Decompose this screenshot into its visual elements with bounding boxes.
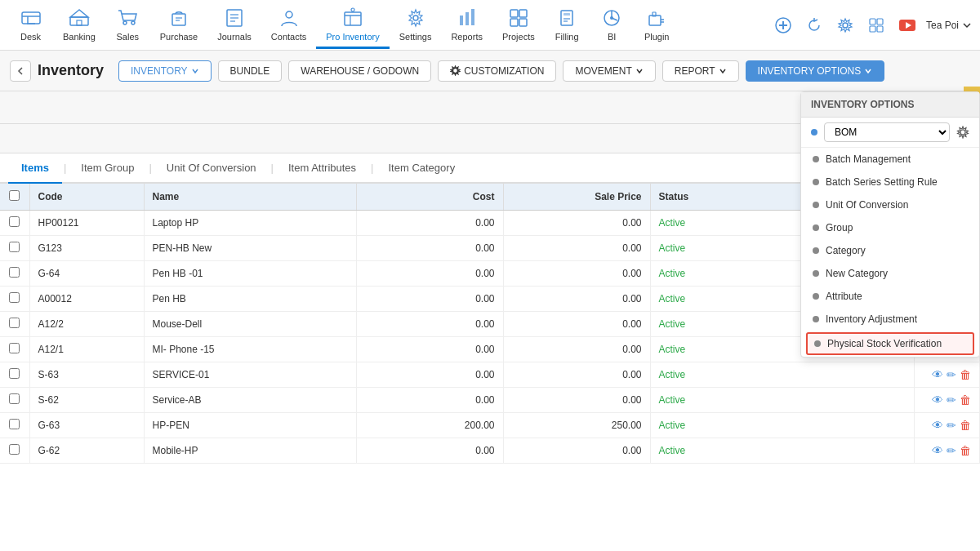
svg-rect-6 — [77, 20, 82, 25]
svg-rect-25 — [471, 9, 474, 25]
row-actions-cell: 👁 ✏ 🗑 — [915, 362, 980, 388]
youtube-button[interactable] — [895, 13, 920, 38]
dropdown-item-inventory-adjustment[interactable]: Inventory Adjustment — [801, 308, 979, 331]
row-checkbox[interactable] — [9, 267, 20, 278]
row-code: S-62 — [29, 388, 144, 413]
bom-row: BOM — [801, 118, 979, 148]
main-area: Inventory INVENTORY BUNDLE WAREHOUSE / G… — [0, 51, 980, 551]
row-checkbox[interactable] — [9, 343, 20, 353]
dropdown-item-category[interactable]: Category — [801, 239, 979, 262]
view-icon[interactable]: 👁 — [932, 419, 943, 432]
add-button[interactable] — [771, 13, 795, 38]
contacts-icon — [278, 7, 301, 29]
nav-item-bi[interactable]: BI — [590, 2, 635, 49]
row-checkbox[interactable] — [9, 292, 20, 303]
edit-icon[interactable]: ✏ — [947, 444, 956, 457]
dropdown-item-attribute[interactable]: Attribute — [801, 285, 979, 308]
nav-item-contacts[interactable]: Contacts — [261, 2, 316, 49]
bom-select[interactable]: BOM — [824, 122, 950, 142]
svg-marker-5 — [70, 10, 88, 17]
dropdown-title: INVENTORY OPTIONS — [811, 99, 914, 110]
tab-unit-of-conversion[interactable]: Unit Of Conversion — [154, 153, 270, 184]
nav-item-plugin[interactable]: Plugin — [635, 2, 679, 49]
row-checkbox-cell — [0, 362, 29, 388]
row-name: HP-PEN — [144, 413, 356, 438]
nav-label-contacts: Contacts — [271, 32, 306, 42]
tab-item-attributes[interactable]: Item Attributes — [275, 153, 369, 184]
row-checkbox[interactable] — [9, 444, 20, 455]
bundle-button[interactable]: BUNDLE — [218, 60, 283, 82]
row-checkbox[interactable] — [9, 216, 20, 227]
svg-rect-27 — [519, 10, 527, 17]
svg-rect-38 — [649, 16, 661, 25]
row-checkbox-cell — [0, 261, 29, 287]
dot-group — [813, 224, 819, 231]
warehouse-button[interactable]: WAREHOUSE / GODOWN — [288, 60, 431, 82]
delete-icon[interactable]: 🗑 — [960, 393, 971, 407]
dropdown-item-batch-management[interactable]: Batch Management — [801, 148, 979, 171]
nav-item-desk[interactable]: Desk — [8, 2, 53, 49]
bom-settings-icon[interactable] — [956, 126, 969, 140]
row-checkbox[interactable] — [9, 419, 20, 429]
row-code: A12/2 — [29, 312, 144, 337]
report-button[interactable]: REPORT — [662, 60, 739, 82]
user-label[interactable]: Tea Poi — [926, 20, 972, 31]
inventory-options-btn-label: INVENTORY OPTIONS — [758, 65, 862, 77]
row-checkbox[interactable] — [9, 368, 20, 379]
delete-icon[interactable]: 🗑 — [960, 419, 971, 432]
dropdown-item-physical-stock[interactable]: Physical Stock Verification — [806, 332, 974, 355]
row-code: G123 — [29, 236, 144, 261]
tab-items[interactable]: Items — [8, 153, 62, 184]
edit-icon[interactable]: ✏ — [947, 393, 956, 407]
label-group: Group — [826, 222, 853, 233]
nav-item-projects[interactable]: Projects — [492, 2, 545, 49]
dot-physical-stock — [814, 340, 821, 347]
dropdown-item-unit-conversion[interactable]: Unit Of Conversion — [801, 193, 979, 216]
settings-gear-button[interactable] — [833, 13, 858, 38]
view-icon[interactable]: 👁 — [932, 444, 943, 457]
back-button[interactable] — [10, 60, 31, 82]
refresh-button[interactable] — [802, 13, 826, 38]
svg-point-37 — [610, 16, 613, 20]
inventory-options-dropdown: INVENTORY OPTIONS BOM Batch Management B… — [800, 91, 980, 358]
dropdown-item-new-category[interactable]: New Category — [801, 262, 979, 285]
row-name: Mobile-HP — [144, 438, 356, 464]
row-sale-price: 0.00 — [503, 211, 650, 236]
row-cost: 0.00 — [356, 362, 503, 388]
movement-button[interactable]: MOVEMENT — [563, 60, 655, 82]
customization-button[interactable]: CUSTOMIZATION — [438, 60, 556, 82]
nav-item-filling[interactable]: Filling — [545, 2, 590, 49]
delete-icon[interactable]: 🗑 — [960, 444, 971, 457]
view-icon[interactable]: 👁 — [932, 393, 943, 407]
dropdown-item-group[interactable]: Group — [801, 216, 979, 239]
nav-item-sales[interactable]: Sales — [105, 2, 150, 49]
edit-icon[interactable]: ✏ — [947, 419, 956, 432]
nav-item-banking[interactable]: Banking — [53, 2, 105, 49]
grid-button[interactable] — [864, 13, 889, 38]
desk-icon — [20, 7, 42, 29]
nav-item-pro-inventory[interactable]: Pro Inventory — [316, 2, 389, 49]
delete-icon[interactable]: 🗑 — [960, 368, 971, 381]
tab-item-group[interactable]: Item Group — [68, 153, 147, 184]
dot-category — [813, 247, 819, 254]
label-unit-conversion: Unit Of Conversion — [826, 199, 908, 211]
row-name: PEN-HB New — [144, 236, 356, 261]
inventory-button[interactable]: INVENTORY — [118, 60, 212, 82]
row-name: Pen HB -01 — [144, 261, 356, 287]
dot-attribute — [813, 293, 819, 300]
nav-item-journals[interactable]: Journals — [207, 2, 261, 49]
edit-icon[interactable]: ✏ — [947, 368, 956, 381]
row-checkbox[interactable] — [9, 393, 20, 404]
nav-item-settings[interactable]: Settings — [390, 2, 442, 49]
view-icon[interactable]: 👁 — [932, 368, 943, 381]
row-name: Pen HB — [144, 287, 356, 312]
row-checkbox[interactable] — [9, 242, 20, 252]
row-checkbox[interactable] — [9, 318, 20, 328]
inventory-options-button[interactable]: INVENTORY OPTIONS — [746, 60, 885, 82]
bundle-btn-label: BUNDLE — [230, 65, 270, 77]
nav-item-reports[interactable]: Reports — [441, 2, 492, 49]
dropdown-item-batch-series[interactable]: Batch Series Setting Rule — [801, 171, 979, 193]
select-all-checkbox[interactable] — [9, 190, 20, 201]
tab-item-category[interactable]: Item Category — [375, 153, 468, 184]
nav-item-purchase[interactable]: Purchase — [150, 2, 207, 49]
